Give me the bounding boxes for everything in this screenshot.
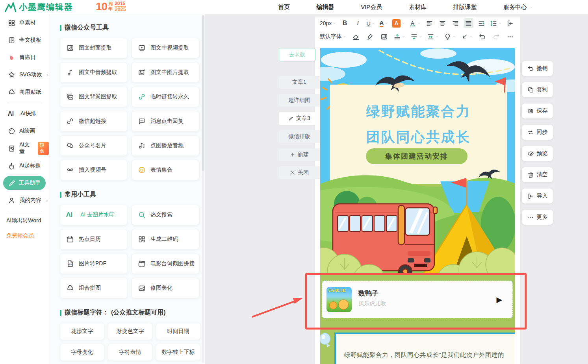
toolbar-more-button[interactable] [506,31,515,42]
tool-hot-calendar[interactable]: 热点日历 [60,229,128,249]
tool-account-card[interactable]: 公众号名片 [60,135,128,156]
balloon-decoration [320,332,332,349]
outdent-button[interactable] [506,18,515,28]
sidebar-item-stickers[interactable]: 商用贴纸 [0,83,49,101]
tool-ai-watermark[interactable]: ΛiAI 去图片水印 [60,205,128,225]
link-free-membership[interactable]: 免费领会员 [0,228,49,243]
justify-button[interactable] [464,18,473,28]
tool-insert-channels[interactable]: 插入视频号 [60,160,128,180]
tool-background-extract[interactable]: 图文背景图提取 [60,87,128,107]
clear-action-button[interactable]: 清空 [522,167,553,182]
doc-tab-article1[interactable]: 文章1 [279,76,320,89]
nav-editor[interactable]: 编辑器 [317,4,334,11]
sidebar-item-my-content[interactable]: 我的内容 › [0,192,49,209]
highlight-color-button[interactable]: A [392,18,405,28]
bold-button[interactable]: B [340,18,349,28]
link-ai-to-word[interactable]: AI输出转Word [0,213,49,228]
save-action-button[interactable]: 保存 [522,103,553,118]
tool-image-extract[interactable]: 图文中图片提取 [132,62,199,83]
tool-audio-extract[interactable]: 图文中音频提取 [60,62,128,83]
sidebar-item-tool-helper[interactable]: 工具助手 [3,176,46,190]
letter-spacing-button[interactable] [409,18,421,28]
sidebar-item-full-template[interactable]: 全文模板 [0,31,49,49]
space-below-button[interactable] [410,31,423,42]
clear-format-button[interactable] [351,31,361,42]
tool-video-extract[interactable]: 图文中视频提取 [132,38,199,58]
tool-qr-generate[interactable]: 生成二维码 [132,229,199,249]
redo-button[interactable] [492,31,501,42]
close-doc-button[interactable]: 关闭 [279,166,320,179]
tool-beautify[interactable]: 修图美化 [132,278,199,298]
calendar-icon [66,235,74,243]
sidebar-item-ai-title[interactable]: Ai起标题 [0,157,49,174]
sync-action-button[interactable]: 同步 [522,125,553,140]
font-family-select[interactable]: 默认字体 [320,31,347,42]
indent-button[interactable] [477,18,486,28]
cover-schedule-button[interactable]: 集体团建活动安排 [366,148,467,164]
underline-button[interactable]: U [366,18,376,28]
nav-service-label: 服务中心 [503,4,527,11]
insert-image-button[interactable] [379,31,389,42]
tool-hot-search[interactable]: 热文搜索 [132,205,199,225]
tool-image-to-pdf[interactable]: PDF图片转PDF [60,253,128,274]
album-art-title: 贝乐虎儿歌 [328,288,346,293]
album-art: 贝乐虎儿歌 [326,287,352,312]
tool-image-audio[interactable]: 点图播放音频 [132,135,199,156]
music-player-card[interactable]: 贝乐虎儿歌 数鸭子 贝乐虎儿歌 ▶ [322,281,513,318]
anniversary-year-from: 2015 [115,1,126,6]
highlight-lamp-button[interactable] [444,31,456,42]
format-painter-button[interactable] [365,31,375,42]
doc-tab-article3[interactable]: 文章3 [279,112,320,125]
align-center-button[interactable] [438,18,447,28]
copy-action-button[interactable]: 复制 [522,82,553,97]
legacy-version-button[interactable]: 去老版 [279,48,315,61]
nav-home[interactable]: 首页 [278,4,290,11]
tool-click-reply[interactable]: 消息点击回复 [132,111,199,131]
align-right-button[interactable] [451,18,460,28]
more-action-button[interactable]: 更多 [522,210,553,225]
char-tool-gradient-text[interactable]: 渐变色文字 [108,323,152,340]
tool-permanent-link[interactable]: 临时链接转永久 [132,87,199,107]
align-left-button[interactable] [425,18,434,28]
char-tool-char-emoji[interactable]: 字符表情 [108,344,152,361]
preview-action-button[interactable]: 预览 [522,146,553,161]
tool-emoji-collection[interactable]: 表情集合 [132,160,199,180]
char-spacing-button[interactable] [427,31,439,42]
nav-courses[interactable]: 排版课堂 [453,4,477,11]
doc-tab-wechat-layout[interactable]: 微信排版 [279,130,320,143]
editor-canvas[interactable]: 绿野赋能聚合力 团队同心共成长 集体团建活动安排 贝乐虎儿歌 数鸭子 贝乐虎儿歌… [320,48,515,364]
font-color-button[interactable]: A [379,18,389,28]
tool-cover-extract[interactable]: 图文封面提取 [60,38,128,58]
play-icon[interactable]: ▶ [496,295,502,304]
char-tool-fancy-text[interactable]: 花漾文字 [60,323,104,340]
sidebar-item-ai-layout[interactable]: Λi Ai快排 [0,105,49,122]
tool-wechat-hyperlink[interactable]: 微信超链接 [60,111,128,131]
scrollbar-thumb[interactable] [202,15,204,171]
nav-service[interactable]: 服务中心 [503,4,533,11]
char-tool-sub-superscript[interactable]: 数字转上下标 [156,344,200,361]
new-doc-button[interactable]: 新建 [279,148,320,161]
sidebar-item-ai-drawing[interactable]: Ai绘画 [0,122,49,140]
char-tool-datetime[interactable]: 时间日期 [156,323,200,340]
sidebar-item-single-material[interactable]: 单素材 [0,14,49,31]
import-action-button[interactable]: 导入 [522,188,553,203]
app-logo[interactable]: 小墨鹰编辑器 [4,1,73,13]
line-height-button[interactable] [490,18,502,28]
font-size-select[interactable]: 20px [320,18,336,28]
doc-tab-detail-image[interactable]: 超详细图 [279,94,320,107]
undo-button[interactable] [477,31,487,42]
sidebar-item-svg-effects[interactable]: s SVG动效 › [0,66,49,83]
nav-materials[interactable]: 素材库 [409,4,427,11]
undo-action-button[interactable]: 撤销 [522,61,553,76]
sidebar-item-stomach-day[interactable]: 胃癌日 [0,49,49,66]
sidebar-item-label: Ai文章 [19,141,33,155]
tool-movie-lines[interactable]: 电影台词截图拼接 [132,253,199,274]
space-above-button[interactable] [393,31,406,42]
sidebar-item-ai-article[interactable]: Ai文章 限免 [0,140,49,157]
nav-vip[interactable]: VIP会员 [361,4,382,11]
char-tool-letter-variants[interactable]: 字母变化 [60,344,104,361]
italic-button[interactable]: I [353,18,363,28]
line-height-icon [490,20,497,27]
tool-collage[interactable]: 组合拼图 [60,278,128,298]
insert-indent-button[interactable] [461,31,473,42]
